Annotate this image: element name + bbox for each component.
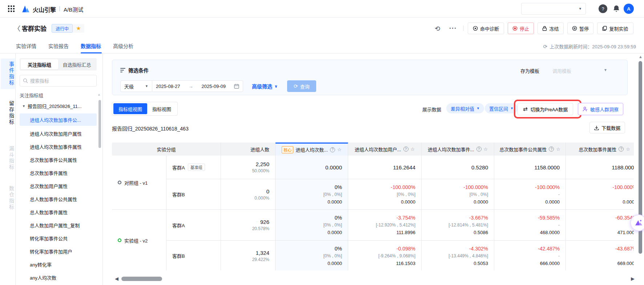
sidebar-metric-item[interactable]: 总人数加用户属性_复制	[20, 219, 97, 231]
col-header-metric[interactable]: 进组人均次数加事件... ? ☆	[422, 142, 494, 156]
display-data-label: 展示数据	[422, 106, 441, 113]
sidebar-metric-item[interactable]: 总人数加事件公共属性	[20, 193, 97, 205]
user-avatar[interactable]: A	[624, 4, 634, 14]
table-row: 客群A 基准组 2,250 50.000% 0.0000 116.2644 0.…	[166, 156, 634, 179]
metric-view-button[interactable]: 指标视图	[147, 103, 176, 114]
main-content: 筛选条件 存为模板 调用模板 ▼ 天级▼ 2025-08-27 → 2025-0…	[103, 53, 644, 285]
chevron-down-icon: ▼	[579, 7, 582, 11]
metric-cell: 1158.0000	[494, 156, 566, 179]
tab-experiment-report[interactable]: 实验报告	[48, 42, 69, 49]
workspace-select[interactable]: ▼	[521, 3, 586, 15]
sidebar-metric-item[interactable]: any转化率	[20, 258, 97, 270]
col-header-metric[interactable]: 进组人均次数加用户... ? ☆	[348, 142, 422, 156]
sidebar-metric-item[interactable]: 总次数加事件属性	[20, 166, 97, 179]
save-template-link[interactable]: 存为模板	[520, 67, 539, 74]
switch-preaa-button[interactable]: ⇄ 切换为PreAA数据	[518, 103, 573, 115]
download-data-button[interactable]: 下载数据	[589, 122, 625, 133]
rail-item-event-metrics[interactable]: 事件指标	[1, 59, 15, 89]
group-name-cell: 对照组 - v1	[112, 156, 166, 209]
copy-experiment-button[interactable]: 复制实验	[597, 23, 633, 34]
hscroll-left-arrow-icon[interactable]: ◀	[115, 276, 118, 281]
help-circle-icon[interactable]: ?	[476, 146, 482, 152]
baseline-badge: 基准组	[188, 164, 205, 171]
sidebar-metric-item[interactable]: 转化率加事件加用户	[20, 245, 97, 257]
metric-sidebar: 关注指标组 自选指标汇总 关注指标组 ▼ 报告回归_20250826_11...…	[16, 53, 103, 285]
vscroll-up-arrow-icon[interactable]: ▲	[639, 55, 643, 59]
search-input[interactable]	[30, 78, 88, 84]
rail-item-retention-metrics[interactable]: 留存指标	[1, 98, 15, 128]
sidebar-scroll-up-icon[interactable]: ▲	[97, 93, 101, 96]
chevron-down-icon: ▼	[510, 107, 514, 110]
hit-diagnosis-button[interactable]: 命中诊断	[468, 23, 504, 34]
sidebar-metric-item[interactable]: 总人数加事件属性	[20, 206, 97, 218]
help-circle-icon[interactable]: ?	[403, 146, 408, 152]
sidebar-metric-item[interactable]: 进组人均次数加事件属性	[20, 140, 97, 153]
load-template-link[interactable]: 调用模板	[552, 67, 571, 74]
last-refresh-info: ⟳ 上次数据刷新时间：2025-09-09 23:59:59	[543, 43, 636, 50]
metric-cell: 1188.0000	[566, 156, 634, 179]
sidebar-scrollbar-thumb[interactable]	[98, 100, 101, 148]
cohort-cell: 客群B	[166, 241, 221, 270]
metric-cell: -0.098% [-9.264% , 9.068%] 116.1503	[348, 241, 422, 270]
favorite-star-icon[interactable]: ★	[73, 24, 84, 33]
filter-card: 筛选条件 存为模板 调用模板 ▼ 天级▼ 2025-08-27 → 2025-0…	[112, 60, 628, 95]
sidebar-metric-item[interactable]: 转化率加事件公共	[20, 232, 97, 244]
col-header-metric-core[interactable]: 核心 进组人均次数... ? ☆	[275, 142, 348, 156]
sidebar-metric-item[interactable]: any人均次数	[20, 271, 97, 284]
brand-divider: |	[59, 5, 60, 11]
report-name: 报告回归_20250826_110618_463	[112, 125, 189, 132]
star-outline-icon[interactable]: ☆	[556, 146, 560, 152]
pause-button[interactable]: 暂停	[567, 23, 593, 34]
help-circle-icon[interactable]: ?	[619, 146, 624, 152]
template-chevron-down-icon[interactable]: ▼	[604, 68, 607, 72]
back-chevron-icon[interactable]: 〈	[14, 23, 20, 33]
metric-cell: 116.2644	[348, 156, 422, 179]
help-icon[interactable]: ?	[599, 4, 607, 13]
sensitive-cohort-insight-button[interactable]: 敏感人群洞察	[578, 103, 623, 115]
col-header-metric[interactable]: 总次数加事件属性 ? ☆	[566, 142, 634, 156]
more-icon[interactable]: ···	[449, 25, 457, 32]
ai-assistant-button[interactable]	[630, 214, 644, 231]
metric-group-tree-node[interactable]: ▼ 报告回归_20250826_11...	[22, 103, 98, 109]
sync-icon[interactable]: ⟳	[543, 44, 548, 49]
tab-data-metrics[interactable]: 数据指标	[81, 42, 101, 49]
hscroll-thumb[interactable]	[121, 277, 162, 281]
star-outline-icon[interactable]: ☆	[337, 147, 342, 152]
calendar-icon	[234, 84, 239, 89]
tab-advanced-analysis[interactable]: 高级分析	[113, 42, 133, 49]
star-outline-icon[interactable]: ☆	[484, 146, 488, 152]
help-circle-icon[interactable]: ?	[549, 146, 554, 152]
freeze-button[interactable]: 冻结	[538, 23, 564, 34]
sidebar-metric-item[interactable]: 总次数加用户属性	[20, 180, 97, 192]
star-outline-icon[interactable]: ☆	[626, 146, 630, 152]
date-range-picker[interactable]: 2025-08-27 → 2025-09-09	[152, 80, 243, 92]
hscroll-right-arrow-icon[interactable]: ▶	[631, 276, 635, 281]
sidebar-metric-item[interactable]: 进组人均次数加用户属性	[20, 127, 97, 140]
confidence-interval-dropdown[interactable]: 置信区间▼	[485, 103, 518, 113]
query-button[interactable]: ⟳ 查询	[287, 80, 316, 92]
metric-group-view-button[interactable]: 指标组视图	[113, 103, 147, 114]
col-header-entered-users: 进组人数	[221, 142, 275, 156]
stop-button[interactable]: 停止	[508, 23, 534, 34]
history-icon[interactable]: ⟲	[435, 25, 440, 33]
table-header-row: 实验分组 进组人数 核心 进组人均次数... ? ☆ 进组人均次数加用户... …	[112, 142, 634, 156]
metric-cell: -59.585% - 468.0000	[494, 210, 566, 240]
sidebar-metric-item[interactable]: 进组人均次数加事件公...	[20, 113, 97, 126]
notification-bell-icon[interactable]	[612, 4, 621, 15]
app-launcher-grid-icon[interactable]	[8, 5, 15, 12]
advanced-filter-link[interactable]: 高级筛选∨	[252, 83, 278, 90]
metric-cell: -3.667% [-12.814% , 5.481%] 0.5086	[422, 210, 494, 240]
copy-icon	[602, 26, 607, 31]
help-circle-icon[interactable]: ?	[330, 147, 335, 152]
granularity-select[interactable]: 天级▼	[120, 80, 152, 92]
star-outline-icon[interactable]: ☆	[411, 146, 415, 152]
rail-item-funnel-metrics[interactable]: 漏斗指标	[1, 143, 15, 173]
col-header-metric[interactable]: 总次数加事件公共属性 ? ☆	[494, 142, 566, 156]
rail-item-warehouse-metrics[interactable]: 数仓指标	[1, 183, 15, 213]
sidebar-metric-item[interactable]: 总次数加事件公共属性	[20, 153, 97, 166]
arrow-right-icon: →	[189, 84, 193, 89]
diff-relative-dropdown[interactable]: 差异相对值▼	[446, 103, 484, 113]
sidebar-tab-focus-groups[interactable]: 关注指标组	[21, 59, 58, 69]
tab-experiment-detail[interactable]: 实验详情	[16, 42, 36, 49]
sidebar-tab-custom-summary[interactable]: 自选指标汇总	[58, 59, 96, 69]
